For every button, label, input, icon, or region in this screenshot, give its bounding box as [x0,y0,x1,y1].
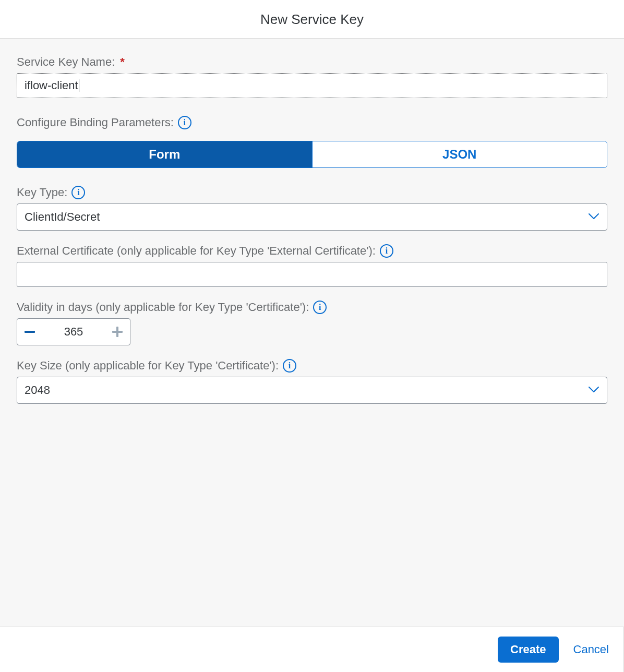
create-button[interactable]: Create [498,637,558,663]
validity-label-text: Validity in days (only applicable for Ke… [17,301,309,314]
field-external-cert: External Certificate (only applicable fo… [17,244,607,287]
dialog-content: Service Key Name:* iflow-client Configur… [0,39,624,627]
key-type-value: ClientId/Secret [25,210,100,224]
stepper-plus-button[interactable] [105,319,130,345]
field-key-size: Key Size (only applicable for Key Type '… [17,359,607,404]
key-type-select[interactable]: ClientId/Secret [17,203,607,231]
info-icon[interactable]: i [178,116,191,129]
dialog-header: New Service Key [0,0,624,39]
field-key-type: Key Type: i ClientId/Secret [17,186,607,231]
minus-icon [25,331,35,333]
service-key-name-input[interactable]: iflow-client [17,73,607,98]
plus-icon [112,327,123,337]
validity-value[interactable]: 365 [42,319,105,345]
dialog-footer: Create Cancel [0,627,624,672]
info-icon[interactable]: i [71,186,85,199]
text-caret-icon [79,79,79,92]
binding-params-label-text: Configure Binding Parameters: [17,116,174,129]
info-icon[interactable]: i [283,359,296,373]
service-key-name-label: Service Key Name:* [17,55,607,69]
service-key-name-label-text: Service Key Name: [17,55,115,69]
service-key-name-value: iflow-client [25,79,78,92]
stepper-minus-button[interactable] [17,319,42,345]
tab-json[interactable]: JSON [312,141,607,167]
info-icon[interactable]: i [313,301,327,314]
field-validity: Validity in days (only applicable for Ke… [17,301,607,345]
cancel-button[interactable]: Cancel [573,643,609,656]
external-cert-label-text: External Certificate (only applicable fo… [17,244,376,258]
required-asterisk-icon: * [120,55,125,69]
info-icon[interactable]: i [380,244,393,258]
svg-rect-0 [25,331,35,333]
key-type-label: Key Type: i [17,186,607,199]
key-type-label-text: Key Type: [17,186,67,199]
key-size-label-text: Key Size (only applicable for Key Type '… [17,359,279,373]
binding-params-label: Configure Binding Parameters: i [17,116,607,129]
external-cert-label: External Certificate (only applicable fo… [17,244,607,258]
key-size-select[interactable]: 2048 [17,377,607,404]
dialog-title: New Service Key [0,11,624,28]
key-size-label: Key Size (only applicable for Key Type '… [17,359,607,373]
field-service-key-name: Service Key Name:* iflow-client [17,55,607,98]
external-cert-input[interactable] [17,262,607,287]
svg-rect-2 [112,331,123,333]
validity-stepper: 365 [17,318,130,345]
binding-params-section: Configure Binding Parameters: i Form JSO… [17,116,607,168]
binding-params-tabs: Form JSON [17,141,607,168]
tab-form[interactable]: Form [17,141,312,167]
key-size-value: 2048 [25,383,50,397]
validity-label: Validity in days (only applicable for Ke… [17,301,607,314]
